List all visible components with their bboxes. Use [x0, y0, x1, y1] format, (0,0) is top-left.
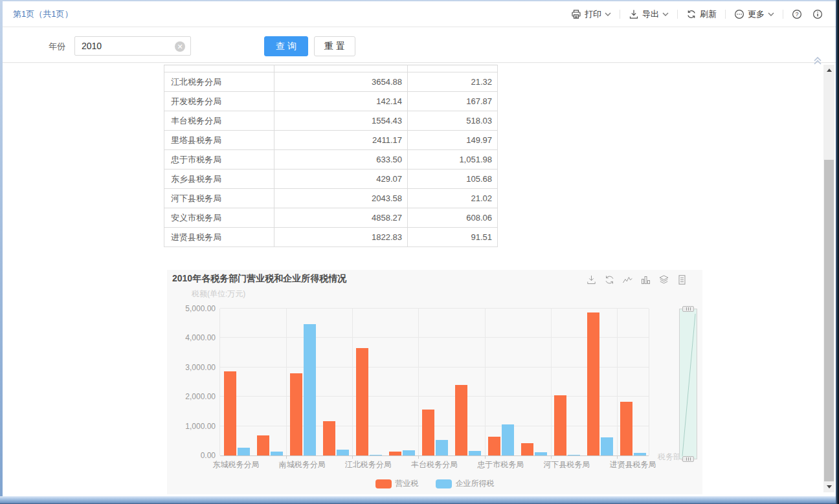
- table-row: 河下县税务局2043.5821.02: [164, 189, 498, 208]
- reset-button[interactable]: 重 置: [314, 36, 355, 56]
- table-cell: 142.14: [274, 92, 408, 111]
- legend-swatch: [375, 479, 392, 488]
- y-tick-label: 5,000.00: [170, 304, 216, 313]
- data-table-body: 江北税务分局3654.8821.32开发税务分局142.14167.87丰台税务…: [164, 65, 498, 247]
- gridline-horizontal: [220, 367, 649, 367]
- print-button[interactable]: 打印: [568, 8, 614, 20]
- help-icon: ?: [792, 9, 802, 19]
- bar-business-tax: [257, 435, 269, 455]
- parameter-pane: 年份 ✕ 查 询 重 置: [3, 28, 836, 63]
- x-axis-tick: [551, 456, 552, 459]
- chevron-down-icon: [768, 9, 774, 19]
- page-info: 第1页（共1页）: [3, 8, 73, 20]
- table-cell: 安义市税务局: [164, 208, 274, 228]
- refresh-button[interactable]: 刷新: [684, 8, 719, 20]
- report-toolbar: 第1页（共1页） 打印 导出: [3, 1, 836, 27]
- bar-business-tax: [620, 402, 632, 455]
- table-cell: 4858.27: [274, 208, 408, 228]
- x-axis-line: [220, 455, 649, 456]
- chart-plot-area: [219, 309, 649, 455]
- save-image-icon[interactable]: [586, 274, 597, 285]
- table-row: 安义市税务局4858.27608.06: [164, 208, 498, 228]
- chevron-down-icon: [662, 9, 669, 19]
- table-row: 进贤县税务局1822.8391.51: [164, 228, 498, 247]
- datazoom-slider[interactable]: [679, 309, 697, 459]
- bar-income-tax: [502, 424, 514, 455]
- year-input[interactable]: [75, 37, 190, 55]
- help-button[interactable]: ?: [789, 9, 805, 19]
- table-cell: 丰台税务分局: [164, 111, 274, 131]
- bar-business-tax: [290, 373, 302, 455]
- info-button[interactable]: [810, 9, 825, 19]
- y-tick-label: 1,000.00: [170, 422, 216, 431]
- bar-income-tax: [304, 324, 316, 455]
- printer-icon: [571, 9, 581, 19]
- more-label: 更多: [748, 8, 765, 20]
- legend-label: 营业税: [396, 478, 419, 489]
- bar-business-tax: [488, 437, 500, 455]
- x-axis-tick: [418, 456, 419, 459]
- gridline-horizontal: [220, 396, 649, 397]
- table-cell: 608.06: [408, 208, 498, 228]
- gridline-vertical: [418, 309, 419, 455]
- export-button[interactable]: 导出: [626, 8, 671, 20]
- legend-swatch: [436, 479, 452, 488]
- bar-business-tax: [521, 443, 533, 455]
- table-row: 东乡县税务局429.07105.68: [164, 170, 498, 189]
- year-input-wrap: ✕: [74, 36, 191, 56]
- chart-panel: 2010年各税务部门营业税和企业所得税情况: [167, 270, 702, 494]
- datazoom-handle-bottom[interactable]: [682, 456, 694, 462]
- table-cell: 河下县税务局: [164, 189, 274, 208]
- report-viewer: 第1页（共1页） 打印 导出: [3, 1, 836, 496]
- browser-window: 第1页（共1页） 打印 导出: [0, 0, 839, 504]
- refresh-label: 刷新: [700, 8, 717, 20]
- table-cell: 21.02: [408, 189, 498, 208]
- data-view-icon[interactable]: [677, 274, 688, 285]
- toolbar-separator: [725, 10, 726, 19]
- gridline-vertical: [485, 309, 486, 455]
- chevron-down-icon: [605, 9, 611, 19]
- line-chart-icon[interactable]: [622, 274, 633, 285]
- table-row: 里塔县税务局2411.17149.97: [164, 131, 498, 150]
- table-cell: 1,051.98: [408, 150, 498, 170]
- bar-income-tax: [436, 440, 448, 455]
- chart-legend: 营业税企业所得税: [167, 478, 702, 489]
- table-cell: 2043.58: [274, 189, 408, 208]
- info-icon: [812, 9, 823, 19]
- stack-icon[interactable]: [658, 274, 669, 285]
- gridline-vertical: [286, 309, 287, 455]
- table-cell: 633.50: [274, 150, 408, 170]
- datazoom-handle-top[interactable]: [682, 306, 694, 312]
- svg-text:?: ?: [795, 11, 798, 17]
- table-cell: 1554.43: [274, 111, 408, 131]
- more-button[interactable]: 更多: [732, 8, 777, 20]
- query-button[interactable]: 查 询: [264, 36, 308, 56]
- collapse-up-icon[interactable]: [812, 56, 823, 66]
- table-cell: 开发税务分局: [164, 92, 274, 111]
- scroll-thumb[interactable]: [824, 160, 834, 487]
- clear-input-icon[interactable]: ✕: [175, 41, 185, 52]
- bar-business-tax: [224, 371, 236, 455]
- gridline-vertical: [551, 309, 552, 455]
- y-tick-label: 2,000.00: [170, 392, 216, 401]
- bar-chart-icon[interactable]: [640, 274, 651, 285]
- scroll-down-arrow[interactable]: [823, 481, 834, 492]
- toolbar-separator: [783, 10, 783, 19]
- table-cell: 21.32: [408, 72, 498, 92]
- table-cell: 518.03: [408, 111, 498, 131]
- table-row: 开发税务分局142.14167.87: [164, 92, 498, 111]
- table-cell: 429.07: [274, 170, 408, 189]
- more-dots-icon: [734, 9, 744, 19]
- x-axis-tick: [286, 456, 287, 459]
- bar-income-tax: [535, 452, 547, 455]
- legend-item[interactable]: 营业税: [375, 478, 419, 489]
- bar-income-tax: [271, 452, 283, 455]
- gridline-vertical: [352, 309, 353, 455]
- scroll-up-arrow[interactable]: [823, 65, 834, 76]
- chart-title: 2010年各税务部门营业税和企业所得税情况: [172, 273, 346, 285]
- restore-icon[interactable]: [604, 274, 615, 285]
- print-label: 打印: [585, 8, 601, 20]
- legend-item[interactable]: 企业所得税: [436, 478, 495, 489]
- bar-income-tax: [601, 437, 613, 455]
- vertical-scrollbar[interactable]: [823, 65, 834, 492]
